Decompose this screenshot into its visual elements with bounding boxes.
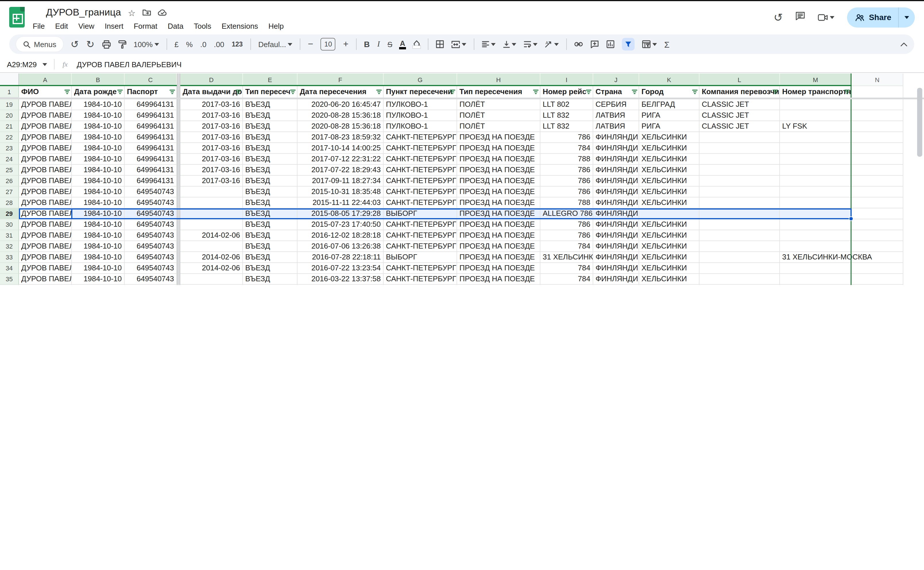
header-cell[interactable]: Дата пересечения (298, 86, 384, 98)
cell[interactable]: 2016-12-02 18:28:18 (298, 230, 384, 241)
cell[interactable] (700, 219, 780, 230)
cell[interactable]: 1984-10-10 (72, 198, 124, 208)
vertical-align-button[interactable] (503, 40, 516, 48)
cell[interactable]: 2017-03-16 (180, 143, 243, 154)
cell[interactable]: 31 ХЕЛЬСИНКИ-МОСКВА (780, 252, 852, 263)
cell[interactable]: ФИНЛЯНДИЯ (593, 143, 639, 154)
italic-button[interactable]: I (377, 40, 380, 49)
row-header-32[interactable]: 32 (0, 241, 19, 252)
cell[interactable]: ДУРОВ ПАВЕЛ (19, 143, 72, 154)
cell[interactable]: ДУРОВ ПАВЕЛ (19, 176, 72, 187)
cell[interactable]: ПРОЕЗД НА ПОЕЗДЕ (457, 274, 540, 285)
increase-decimals-button[interactable]: .00 (214, 40, 224, 49)
cell[interactable] (180, 219, 243, 230)
decrease-font-size-button[interactable]: − (308, 39, 313, 49)
cell[interactable]: 2015-10-31 18:35:48 (298, 187, 384, 198)
cell[interactable]: ХЕЛЬСИНКИ (639, 132, 700, 143)
cell[interactable] (852, 143, 903, 154)
cell[interactable]: ФИНЛЯНДИЯ (593, 187, 639, 198)
cell[interactable]: ВЪЕЗД (243, 263, 298, 274)
cell[interactable]: ЛАТВИЯ (593, 121, 639, 132)
cell[interactable]: ДУРОВ ПАВЕЛ (19, 99, 72, 110)
header-cell[interactable]: Дата выдачи до (180, 86, 243, 98)
cell[interactable] (852, 263, 903, 274)
name-box[interactable]: A29:M29 (0, 60, 43, 69)
column-header-N[interactable]: N (852, 74, 903, 86)
undo-button[interactable]: ↺ (71, 38, 79, 50)
cell[interactable]: ХЕЛЬСИНКИ (639, 252, 700, 263)
cell[interactable]: ALLEGRO 786 (540, 208, 593, 219)
row-header-27[interactable]: 27 (0, 187, 19, 198)
cell[interactable]: 2017-03-16 (180, 110, 243, 121)
cell[interactable] (639, 208, 700, 219)
frozen-row-divider[interactable] (0, 98, 924, 99)
insert-comment-button[interactable] (590, 40, 599, 48)
insert-chart-button[interactable] (606, 40, 614, 48)
collapse-toolbar-icon[interactable] (901, 40, 907, 48)
document-title[interactable]: ДУРОВ_граница (46, 7, 121, 18)
cell[interactable]: CLASSIC JET (700, 121, 780, 132)
cell[interactable]: 1984-10-10 (72, 285, 124, 285)
format-percent-button[interactable]: % (186, 40, 193, 49)
cell[interactable] (852, 241, 903, 252)
cell[interactable] (852, 110, 903, 121)
cell[interactable]: 2016-03-22 13:37:58 (298, 274, 384, 285)
cell[interactable]: 2017-09-11 18:27:34 (298, 176, 384, 187)
column-header-K[interactable]: K (639, 74, 700, 86)
header-cell[interactable]: Страна (593, 86, 639, 98)
meet-video-icon[interactable] (818, 14, 834, 21)
cell[interactable]: 1984-10-10 (72, 252, 124, 263)
row-header-25[interactable]: 25 (0, 165, 19, 176)
cell[interactable] (780, 143, 852, 154)
cell[interactable]: 2017-03-16 (180, 154, 243, 165)
menu-insert[interactable]: Insert (100, 20, 129, 31)
row-header-19[interactable]: 19 (0, 99, 19, 110)
cell[interactable] (700, 230, 780, 241)
cell[interactable]: 786 (540, 187, 593, 198)
cell[interactable]: ФИНЛЯНДИЯ (593, 252, 639, 263)
strikethrough-button[interactable]: S (387, 40, 392, 49)
cell[interactable]: ПУЛКОВО-1 (384, 121, 457, 132)
text-color-button[interactable]: A (400, 39, 405, 49)
column-filter-icon[interactable] (450, 89, 455, 95)
cell[interactable] (852, 219, 903, 230)
cell[interactable] (780, 230, 852, 241)
menu-edit[interactable]: Edit (50, 20, 73, 31)
cell[interactable]: 2017-10-14 14:00:25 (298, 143, 384, 154)
cell[interactable]: 784 (540, 143, 593, 154)
cell[interactable] (700, 187, 780, 198)
cell[interactable]: САНКТ-ПЕТЕРБУРГ - ( (384, 219, 457, 230)
cell[interactable]: ФИНЛЯНДИЯ (593, 208, 639, 219)
cell[interactable] (700, 274, 780, 285)
menu-help[interactable]: Help (263, 20, 289, 31)
cell[interactable]: ВЪЕЗД (243, 198, 298, 208)
cell[interactable]: ВЪЕЗД (243, 219, 298, 230)
cell[interactable] (700, 198, 780, 208)
cell[interactable]: ВЪЕЗД (243, 143, 298, 154)
cell[interactable]: ВЪЕЗД (243, 132, 298, 143)
column-filter-icon[interactable] (64, 89, 70, 95)
cell[interactable]: ПРОЕЗД НА ПОЕЗДЕ (457, 154, 540, 165)
cell[interactable] (700, 154, 780, 165)
menu-format[interactable]: Format (129, 20, 163, 31)
cell[interactable]: ХЕЛЬСИНКИ (639, 198, 700, 208)
increase-font-size-button[interactable]: + (343, 39, 348, 49)
row-header-34[interactable]: 34 (0, 263, 19, 274)
header-cell[interactable]: Паспорт (124, 86, 177, 98)
row-header-1[interactable]: 1 (0, 86, 19, 98)
cell[interactable] (180, 198, 243, 208)
decrease-decimals-button[interactable]: .0 (200, 40, 206, 49)
menu-data[interactable]: Data (163, 20, 189, 31)
cell[interactable]: ДУРОВ ПАВЕЛ (19, 110, 72, 121)
cell[interactable] (780, 154, 852, 165)
cell[interactable]: ПРОЕЗД НА ПОЕЗДЕ (457, 263, 540, 274)
cell[interactable]: LLT 802 (540, 99, 593, 110)
cell[interactable] (700, 263, 780, 274)
column-header-I[interactable]: I (540, 74, 593, 86)
cell[interactable]: ДУРОВ ПАВЕЛ (19, 230, 72, 241)
cell[interactable]: 2017-03-16 (180, 165, 243, 176)
cell[interactable]: 786 (540, 132, 593, 143)
cell[interactable]: ЛОНДОН (639, 285, 700, 285)
cell[interactable]: ВЪЕЗД (243, 208, 298, 219)
cell[interactable]: САНКТ-ПЕТЕРБУРГ - ( (384, 165, 457, 176)
